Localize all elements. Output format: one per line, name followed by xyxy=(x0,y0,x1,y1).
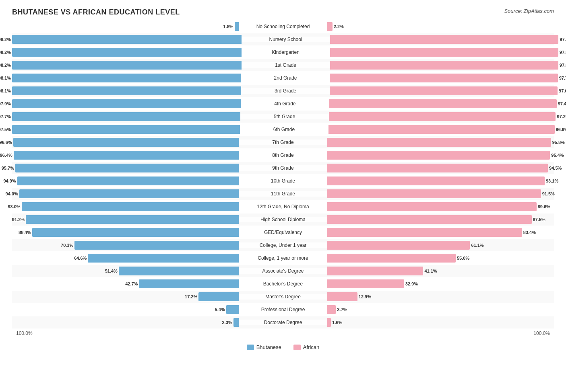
bar-left: 96.6% xyxy=(13,138,239,147)
right-bar-container: 97.4% xyxy=(329,98,557,110)
left-value: 97.5% xyxy=(0,127,11,132)
table-row: 5.4% Professional Degree 3.7% xyxy=(12,304,554,316)
bar-left: 94.9% xyxy=(17,177,239,185)
row-label: Doctorate Degree xyxy=(239,320,327,325)
left-bar-container: 42.7% xyxy=(12,278,239,290)
african-legend-label: African xyxy=(303,344,319,350)
left-value: 96.4% xyxy=(0,153,12,158)
left-bar-container: 96.6% xyxy=(12,136,239,148)
right-value: 97.6% xyxy=(559,88,566,93)
table-row: 96.4% 8th Grade 95.4% xyxy=(12,149,554,161)
bar-right: 97.9% xyxy=(330,35,559,44)
bhutanese-legend-box xyxy=(247,345,254,350)
bar-left: 97.5% xyxy=(12,125,240,134)
table-row: 51.4% Associate's Degree 41.1% xyxy=(12,265,554,277)
left-value: 42.7% xyxy=(125,281,138,286)
row-label: 5th Grade xyxy=(240,114,329,119)
row-label: 6th Grade xyxy=(240,127,328,132)
right-value: 89.6% xyxy=(538,204,550,209)
right-bar-container: 97.8% xyxy=(330,59,558,71)
right-value: 91.5% xyxy=(542,191,555,196)
right-bar-container: 12.9% xyxy=(327,291,554,303)
right-value: 55.0% xyxy=(457,256,469,261)
bar-left: 70.3% xyxy=(74,241,239,250)
bar-right: 97.8% xyxy=(330,48,558,57)
source-label: Source: ZipAtlas.com xyxy=(504,8,554,14)
table-row: 2.3% Doctorate Degree 1.6% xyxy=(12,316,554,328)
table-row: 98.1% 3rd Grade 97.6% xyxy=(12,85,554,97)
right-bar-container: 91.5% xyxy=(327,188,554,200)
bar-right: 97.2% xyxy=(329,112,556,121)
left-bar-container: 98.2% xyxy=(12,59,242,71)
right-value: 97.8% xyxy=(560,50,566,55)
right-value: 12.9% xyxy=(359,294,371,299)
left-bar-container: 96.4% xyxy=(12,149,239,161)
left-bar-container: 5.4% xyxy=(12,304,239,316)
right-value: 41.1% xyxy=(424,269,437,273)
left-bar-container: 98.1% xyxy=(12,72,241,84)
table-row: 64.6% College, 1 year or more 55.0% xyxy=(12,252,554,264)
right-value: 2.2% xyxy=(334,24,344,29)
row-label: 4th Grade xyxy=(241,101,329,107)
bar-left: 64.6% xyxy=(88,254,239,263)
bar-left: 88.4% xyxy=(32,228,239,237)
right-value: 1.6% xyxy=(332,320,342,325)
left-value: 2.3% xyxy=(222,320,232,325)
table-row: 98.2% 1st Grade 97.8% xyxy=(12,59,554,71)
table-row: 98.2% Kindergarten 97.8% xyxy=(12,46,554,58)
left-bar-container: 97.9% xyxy=(12,98,241,110)
right-bar-container: 97.9% xyxy=(330,33,559,45)
bar-right: 3.7% xyxy=(327,305,336,314)
left-value: 17.2% xyxy=(185,294,197,299)
row-label: Master's Degree xyxy=(239,294,327,300)
left-bar-container: 97.5% xyxy=(12,123,240,135)
right-value: 32.9% xyxy=(405,281,418,286)
left-bar-container: 51.4% xyxy=(12,265,239,277)
left-bar-container: 17.2% xyxy=(12,291,239,303)
bhutanese-legend-label: Bhutanese xyxy=(256,344,281,350)
row-label: College, Under 1 year xyxy=(239,242,327,248)
left-bar-container: 98.2% xyxy=(12,33,242,45)
row-label: College, 1 year or more xyxy=(239,255,327,261)
right-value: 97.2% xyxy=(557,114,566,119)
left-value: 98.2% xyxy=(0,37,11,42)
left-value: 98.1% xyxy=(0,76,11,80)
bar-right: 97.4% xyxy=(329,99,557,108)
table-row: 97.7% 5th Grade 97.2% xyxy=(12,111,554,123)
bar-left: 17.2% xyxy=(198,292,239,301)
right-value: 94.5% xyxy=(549,166,562,170)
bar-left: 1.8% xyxy=(235,22,239,31)
chart-container: BHUTANESE VS AFRICAN EDUCATION LEVEL Sou… xyxy=(0,0,566,374)
table-row: 97.5% 6th Grade 96.9% xyxy=(12,123,554,135)
row-label: GED/Equivalency xyxy=(239,230,327,235)
bar-right: 96.9% xyxy=(328,125,555,134)
bar-left: 98.2% xyxy=(12,48,242,57)
bar-right: 91.5% xyxy=(327,189,541,198)
right-value: 97.4% xyxy=(558,101,566,106)
right-bar-container: 94.5% xyxy=(327,162,554,174)
bar-right: 93.1% xyxy=(327,177,545,185)
row-label: Professional Degree xyxy=(239,307,327,312)
right-value: 93.1% xyxy=(546,179,558,183)
bar-left: 94.0% xyxy=(19,189,239,198)
table-row: 98.2% Nursery School 97.9% xyxy=(12,33,554,45)
left-bar-container: 91.2% xyxy=(12,213,239,226)
left-value: 1.8% xyxy=(223,24,233,29)
bar-left: 2.3% xyxy=(233,318,239,327)
left-value: 98.1% xyxy=(0,88,11,93)
left-bar-container: 2.3% xyxy=(12,316,239,328)
bar-left: 91.2% xyxy=(26,215,239,224)
right-bar-container: 61.1% xyxy=(327,239,554,251)
bar-left: 97.7% xyxy=(12,112,240,121)
bar-left: 51.4% xyxy=(119,267,239,275)
african-legend-box xyxy=(293,345,301,350)
right-bar-container: 55.0% xyxy=(327,252,554,264)
right-bar-container: 97.2% xyxy=(329,111,556,123)
right-bar-container: 96.9% xyxy=(328,123,555,135)
left-value: 93.0% xyxy=(8,204,20,209)
right-bar-container: 95.8% xyxy=(327,136,554,148)
left-value: 88.4% xyxy=(19,230,31,235)
table-row: 96.6% 7th Grade 95.8% xyxy=(12,136,554,148)
bar-left: 96.4% xyxy=(14,151,239,160)
row-label: 12th Grade, No Diploma xyxy=(239,204,327,209)
